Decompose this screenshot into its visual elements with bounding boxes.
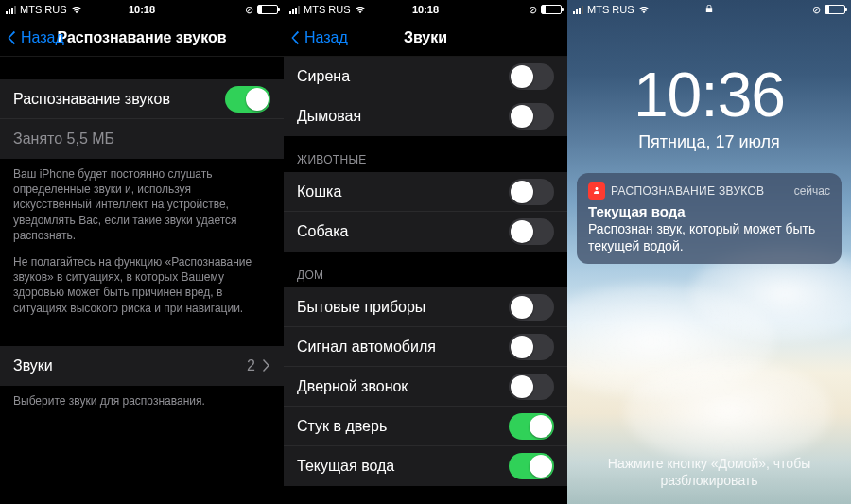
row-home-0: Бытовые приборы [284,287,567,327]
phone-1-sound-recognition: MTS RUS 10:18 ⊘ Назад Распознавание звук… [0,0,284,504]
row-top-0: Сирена [284,57,567,96]
toggle-home-1[interactable] [509,334,554,360]
toggle-top-1[interactable] [509,103,554,130]
wifi-icon [638,6,650,14]
status-time: 10:18 [412,4,439,15]
orientation-lock-icon: ⊘ [529,4,537,16]
toggle-home-3[interactable] [509,413,554,440]
row-main-toggle: Распознавание звуков [0,79,284,119]
toggle-home-4[interactable] [509,453,554,479]
notification-time: сейчас [794,184,830,198]
carrier-label: MTS RUS [587,4,634,15]
lock-date: Пятница, 17 июля [567,132,851,152]
wifi-icon [355,6,366,14]
notification-body: Распознан звук, который может быть текущ… [588,220,830,254]
row-label: Сирена [297,68,350,85]
toggle-top-0[interactable] [509,63,554,90]
row-label: Дымовая [297,108,361,125]
carrier-label: MTS RUS [304,4,351,15]
status-bar: MTS RUS 10:18 ⊘ [0,0,284,19]
wifi-icon [71,6,82,14]
toggle-animal-0[interactable] [509,179,554,205]
description-2: Не полагайтесь на функцию «Распознавание… [0,251,284,323]
toggle-animal-1[interactable] [509,218,554,245]
lock-time: 10:36 [567,59,851,130]
signal-icon [6,6,16,14]
chevron-right-icon [263,359,270,372]
group-people: ЛЮДИ [284,486,567,504]
orientation-lock-icon: ⊘ [245,4,253,16]
row-label: Распознавание звуков [13,91,170,108]
row-sounds[interactable]: Звуки 2 [0,346,284,386]
toggle-sound-recognition[interactable] [225,86,270,113]
row-label: Текущая вода [297,458,394,475]
row-label: Стук в дверь [297,418,387,435]
back-button[interactable]: Назад [6,29,64,46]
row-animal-1: Собака [284,212,567,252]
orientation-lock-icon: ⊘ [812,4,821,16]
nav-header: Назад Звуки [284,19,567,57]
row-label: Бытовые приборы [297,299,426,316]
back-button[interactable]: Назад [289,29,348,46]
row-home-4: Текущая вода [284,446,567,486]
toggle-home-2[interactable] [509,374,554,400]
row-label: Кошка [297,183,341,200]
carrier-label: MTS RUS [20,4,67,15]
row-top-1: Дымовая [284,96,567,136]
row-label: Звуки [13,357,53,374]
group-animals: ЖИВОТНЫЕ [284,136,567,172]
group-home: ДОМ [284,252,567,287]
sounds-hint: Выберите звуки для распознавания. [0,386,284,416]
battery-icon [825,5,845,14]
lock-icon [705,4,713,15]
row-label: Дверной звонок [297,378,408,395]
row-animal-0: Кошка [284,172,567,212]
signal-icon [289,6,300,14]
notification-app-icon [588,182,605,200]
row-label: Сигнал автомобиля [297,339,436,356]
row-home-3: Стук в дверь [284,407,567,446]
status-time: 10:18 [129,4,155,15]
signal-icon [573,6,583,14]
back-label: Назад [304,29,348,46]
back-label: Назад [21,29,64,46]
sounds-scroll[interactable]: СиренаДымовая ЖИВОТНЫЕ КошкаСобака ДОМ Б… [284,57,567,504]
chevron-left-icon [6,29,17,46]
toggle-home-0[interactable] [509,294,554,321]
chevron-left-icon [289,29,301,46]
description-1: Ваш iPhone будет постоянно слушать опред… [0,159,284,251]
row-label: Собака [297,223,348,240]
phone-2-sounds-list: MTS RUS 10:18 ⊘ Назад Звуки СиренаДымова… [284,0,567,504]
sounds-count: 2 [247,357,255,374]
phone-3-lockscreen: MTS RUS ⊘ 10:36 Пятница, 17 июля РАСПОЗН… [567,0,851,504]
row-storage: Занято 5,5 МБ [0,119,284,159]
nav-header: Назад Распознавание звуков [0,19,284,57]
row-home-1: Сигнал автомобиля [284,327,567,367]
page-title: Звуки [404,29,447,46]
page-title: Распознавание звуков [57,29,226,46]
row-home-2: Дверной звонок [284,367,567,407]
battery-icon [541,5,562,14]
battery-icon [257,5,278,14]
notification-title: Текущая вода [588,203,830,219]
notification-card[interactable]: РАСПОЗНАВАНИЕ ЗВУКОВ сейчас Текущая вода… [577,173,842,264]
storage-label: Занято 5,5 МБ [13,130,114,148]
status-bar: MTS RUS ⊘ [567,0,851,19]
unlock-hint: Нажмите кнопку «Домой», чтобы разблокиро… [567,455,851,489]
status-bar: MTS RUS 10:18 ⊘ [284,0,567,19]
notification-app-name: РАСПОЗНАВАНИЕ ЗВУКОВ [611,184,764,198]
